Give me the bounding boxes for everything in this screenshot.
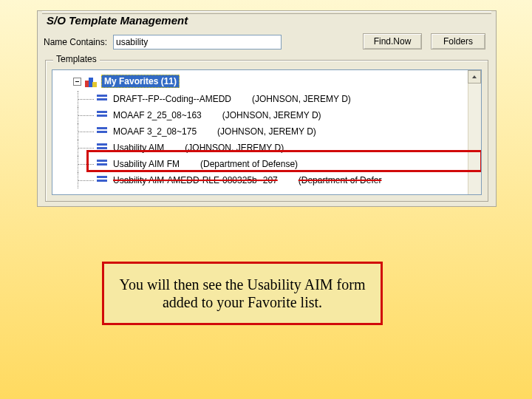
instruction-text: You will then see the Usability AIM form… <box>119 276 366 311</box>
scrollbar-track[interactable] <box>468 83 481 194</box>
templates-legend: Templates <box>53 54 100 64</box>
tree: My Favorites (11) DRAFT--FP--Coding--AME… <box>52 70 468 194</box>
tree-item[interactable]: MOAAF 2_25_08~163(JOHNSON, JEREMY D) <box>52 107 468 123</box>
tree-item-text: Usability AIM(JOHNSON, JEREMY D) <box>113 140 284 156</box>
tree-item-text: MOAAF 2_25_08~163(JOHNSON, JEREMY D) <box>113 107 321 123</box>
tree-item-text: MOAAF 3_2_08~175(JOHNSON, JEREMY D) <box>113 123 316 140</box>
template-icon <box>97 127 107 136</box>
tree-item-text: Usability AIM FM(Department of Defense) <box>113 156 298 172</box>
tree-item-text: DRAFT--FP--Coding--AMEDD(JOHNSON, JEREMY… <box>113 91 351 107</box>
folders-button[interactable]: Folders <box>431 33 485 50</box>
template-management-window: S/O Template Management Name Contains: F… <box>37 10 497 207</box>
favorites-icon <box>85 75 97 87</box>
template-icon <box>97 143 107 152</box>
tree-root-label: My Favorites (11) <box>101 75 180 88</box>
instruction-callout: You will then see the Usability AIM form… <box>102 262 383 325</box>
tree-item[interactable]: MOAAF 3_2_08~175(JOHNSON, JEREMY D) <box>52 123 468 140</box>
template-icon <box>97 160 107 168</box>
tree-item[interactable]: DRAFT--FP--Coding--AMEDD(JOHNSON, JEREMY… <box>52 91 468 107</box>
templates-group: Templates My Favorites (11) <box>45 60 488 202</box>
tree-item[interactable]: Usability AIM FM(Department of Defense) <box>52 156 468 172</box>
template-icon <box>97 111 107 120</box>
tree-item-text: Usability AIM-AMEDD-RLE-080325b--207(Dep… <box>113 172 381 188</box>
name-contains-input[interactable] <box>113 35 282 50</box>
tree-root[interactable]: My Favorites (11) <box>52 73 468 91</box>
tree-item[interactable]: Usability AIM(JOHNSON, JEREMY D) <box>52 140 468 156</box>
filter-label: Name Contains: <box>44 37 107 47</box>
template-icon <box>97 95 107 103</box>
tree-panel: My Favorites (11) DRAFT--FP--Coding--AME… <box>52 69 482 195</box>
find-now-button[interactable]: Find.Now <box>363 33 422 50</box>
template-icon <box>97 176 107 185</box>
window-title: S/O Template Management <box>47 14 188 27</box>
collapse-icon[interactable] <box>73 78 81 86</box>
filter-row: Name Contains: Find.Now Folders <box>44 33 490 52</box>
tree-item[interactable]: Usability AIM-AMEDD-RLE-080325b--207(Dep… <box>52 172 468 188</box>
scroll-up-button[interactable] <box>468 70 481 83</box>
